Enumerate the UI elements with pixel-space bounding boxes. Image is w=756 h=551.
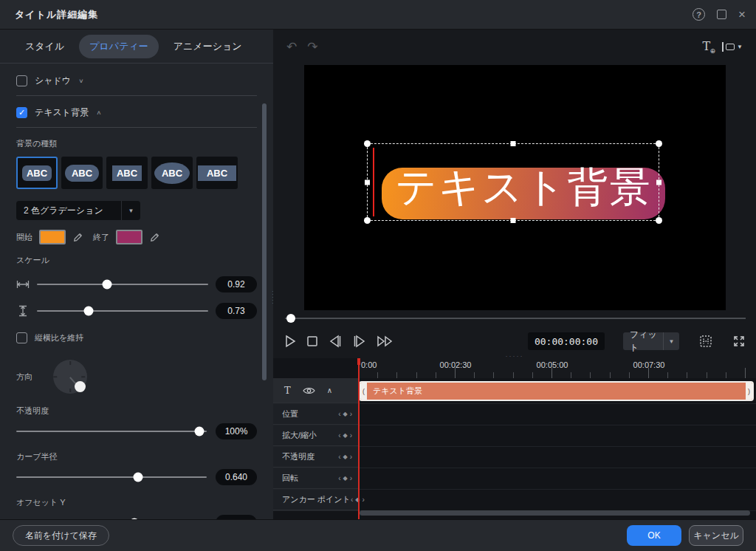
end-color-label: 終了 [93, 232, 109, 243]
seek-knob[interactable] [286, 314, 295, 323]
save-as-button[interactable]: 名前を付けて保存 [13, 525, 109, 546]
selection-box[interactable] [367, 143, 659, 221]
bg-shape-thumbnails: ABC ABC ABC ABC ABC [16, 157, 257, 189]
grid-snap-icon[interactable] [699, 335, 712, 348]
timeline-ruler[interactable]: 0:00 00:02:30 00:05:00 00:07:30 [358, 358, 756, 378]
shadow-checkbox[interactable] [16, 75, 27, 86]
zoom-fit-dropdown[interactable]: フィット ▼ [623, 332, 679, 350]
direction-dial[interactable] [53, 360, 87, 394]
text-background-section-header[interactable]: ✓ テキスト背景 ∧ [16, 103, 257, 121]
row-label-position: 位置 [282, 408, 298, 420]
add-text-icon[interactable]: T⊕ [702, 41, 710, 52]
chevron-up-icon[interactable]: ∧ [96, 109, 101, 116]
text-background-checkbox[interactable]: ✓ [16, 107, 27, 118]
bg-shape-roundrect[interactable]: ABC [16, 157, 58, 189]
start-color-label: 開始 [16, 232, 32, 243]
curve-radius-value[interactable]: 0.640 [216, 469, 257, 485]
keep-aspect-row[interactable]: 縦横比を維持 [16, 329, 257, 346]
fullscreen-icon[interactable] [732, 335, 746, 348]
gradient-type-dropdown[interactable]: 2 色グラデーション ▼ [16, 201, 140, 220]
handle-top-right[interactable] [656, 140, 662, 147]
keyframe-control[interactable]: ‹◆› [338, 431, 352, 439]
fast-forward-button[interactable] [377, 334, 394, 349]
dial-knob[interactable] [75, 381, 86, 392]
panel-scrollbar[interactable] [262, 103, 267, 380]
text-align-icon[interactable]: ▼ [722, 42, 743, 52]
keyframe-control[interactable]: ‹◆› [338, 410, 352, 418]
seek-track[interactable] [285, 318, 746, 319]
next-keyframe-icon: › [350, 431, 352, 439]
shadow-section-header[interactable]: シャドウ ∨ [16, 72, 257, 89]
cancel-button[interactable]: キャンセル [689, 525, 743, 546]
undo-icon[interactable]: ↶ [286, 39, 297, 55]
visibility-icon[interactable] [303, 386, 315, 395]
timeline-scrollbar[interactable] [360, 510, 750, 516]
property-row: 拡大/縮小 ‹◆› [273, 425, 756, 447]
opacity-slider[interactable] [16, 431, 207, 432]
tab-animation[interactable]: アニメーション [163, 35, 252, 58]
properties-panel: スタイル プロパティー アニメーション シャドウ ∨ ✓ テキスト背景 ∧ 背景… [0, 30, 273, 519]
curve-radius-knob[interactable] [134, 473, 143, 482]
next-keyframe-icon: › [350, 474, 352, 482]
tab-style[interactable]: スタイル [15, 35, 75, 58]
scale-width-value[interactable]: 0.92 [216, 276, 257, 292]
bg-shape-ellipse[interactable]: ABC [151, 157, 193, 189]
handle-top-left[interactable] [364, 140, 371, 147]
property-row: 位置 ‹◆› [273, 404, 756, 425]
handle-bottom-left[interactable] [364, 217, 371, 224]
collapse-track-icon[interactable]: ∧ [327, 386, 332, 394]
handle-mid-right[interactable] [656, 179, 662, 185]
title-bar: タイトル詳細編集 ? × [0, 0, 756, 30]
prev-keyframe-icon: ‹ [351, 496, 353, 504]
direction-row: 方向 [16, 360, 257, 394]
dropdown-arrow-icon[interactable]: ▼ [121, 201, 140, 220]
preview-canvas[interactable]: テキスト背景 [304, 65, 726, 310]
keep-aspect-checkbox[interactable] [16, 332, 27, 343]
width-scale-icon [16, 280, 30, 289]
start-color-swatch[interactable] [39, 230, 66, 244]
scale-height-value[interactable]: 0.73 [216, 303, 257, 319]
previous-frame-button[interactable] [328, 334, 343, 349]
chevron-down-icon[interactable]: ∨ [78, 78, 83, 84]
next-frame-button[interactable] [352, 334, 367, 349]
bg-shape-band[interactable]: ABC [196, 157, 238, 189]
handle-bottom-center[interactable] [511, 218, 516, 223]
scale-height-slider[interactable] [37, 310, 208, 312]
redo-icon[interactable]: ↷ [307, 39, 317, 55]
ok-button[interactable]: OK [627, 525, 681, 546]
preview-area: ↶ ↷ T⊕ ▼ テキスト背景 [273, 30, 756, 519]
shadow-label: シャドウ [35, 75, 71, 87]
play-button[interactable] [284, 334, 297, 349]
tab-bar: スタイル プロパティー アニメーション [0, 30, 273, 64]
add-keyframe-icon: ◆ [343, 411, 348, 417]
track-row: T ∧ ( テキスト背景 ) [273, 378, 756, 404]
bg-shape-rect[interactable]: ABC [106, 157, 148, 189]
scale-width-knob[interactable] [103, 280, 112, 290]
end-color-swatch[interactable] [116, 230, 142, 244]
keyframe-control[interactable]: ‹◆› [338, 474, 352, 482]
next-keyframe-icon: › [350, 453, 352, 461]
clip-right-handle[interactable]: ) [746, 383, 752, 400]
bg-shape-pill[interactable]: ABC [61, 157, 103, 189]
help-icon[interactable]: ? [693, 8, 705, 21]
maximize-icon[interactable] [717, 10, 726, 19]
keyframe-control[interactable]: ‹◆› [338, 453, 352, 461]
eyedropper-icon[interactable] [72, 232, 83, 243]
scale-width-slider[interactable] [37, 284, 208, 285]
handle-bottom-right[interactable] [656, 217, 662, 224]
dropdown-arrow-icon[interactable]: ▼ [663, 332, 679, 350]
eyedropper-icon[interactable] [149, 232, 160, 243]
stop-button[interactable] [306, 334, 318, 349]
clip-left-handle[interactable]: ( [360, 383, 367, 400]
tab-properties[interactable]: プロパティー [79, 35, 159, 58]
curve-radius-slider[interactable] [16, 476, 207, 478]
opacity-knob[interactable] [194, 427, 204, 437]
seek-bar[interactable] [285, 314, 746, 323]
direction-label: 方向 [16, 372, 32, 383]
scale-height-knob[interactable] [83, 307, 93, 316]
opacity-value[interactable]: 100% [216, 423, 257, 439]
handle-top-center[interactable] [511, 141, 516, 146]
handle-mid-left[interactable] [365, 179, 370, 185]
close-icon[interactable]: × [738, 8, 746, 21]
timeline-clip[interactable]: ( テキスト背景 ) [359, 381, 754, 401]
